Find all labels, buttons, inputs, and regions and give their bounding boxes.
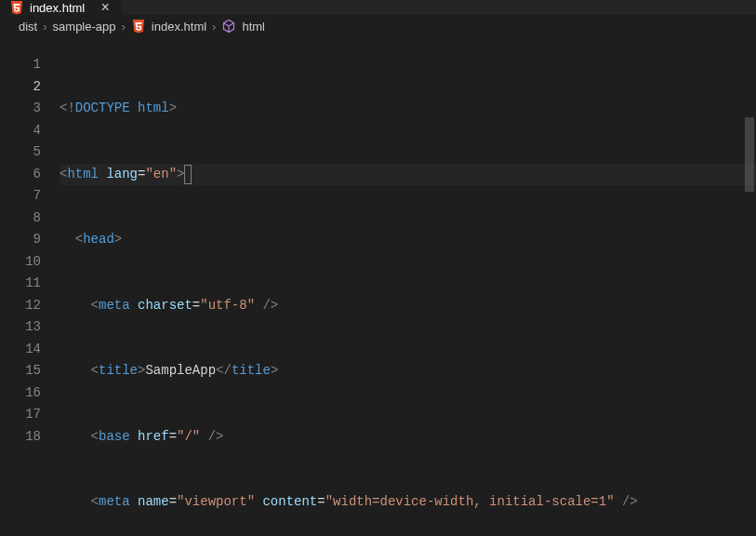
chevron-right-icon: ›: [210, 20, 218, 34]
line-number: 1: [0, 54, 41, 76]
scrollbar[interactable]: [745, 117, 754, 192]
html5-icon: [131, 19, 146, 34]
code-content[interactable]: <!DOCTYPE html> <html lang="en"> <head> …: [60, 54, 756, 536]
line-number: 2: [0, 76, 41, 99]
symbol-icon: [221, 19, 236, 34]
editor-container: index.html × dist › sample-app › index.h…: [0, 0, 756, 536]
line-number: 7: [0, 185, 41, 208]
line-number: 13: [0, 316, 41, 339]
breadcrumb-file[interactable]: index.html: [152, 20, 206, 34]
code-area[interactable]: 123456789101112131415161718 <!DOCTYPE ht…: [0, 41, 756, 536]
code-line: <html lang="en">: [60, 164, 756, 186]
breadcrumb-sample-app[interactable]: sample-app: [53, 20, 116, 34]
line-number: 4: [0, 120, 41, 142]
line-number: 8: [0, 208, 41, 230]
html5-icon: [9, 0, 24, 15]
breadcrumb-element[interactable]: html: [242, 20, 265, 34]
code-line: <meta name="viewport" content="width=dev…: [60, 491, 756, 514]
code-line: <title>SampleApp</title>: [60, 360, 756, 382]
line-number: 3: [0, 98, 41, 120]
line-number: 15: [0, 360, 41, 382]
code-line: <base href="/" />: [60, 426, 756, 449]
line-number: 5: [0, 141, 41, 164]
line-number: 6: [0, 164, 41, 186]
chevron-right-icon: ›: [120, 20, 127, 34]
line-number: 16: [0, 382, 41, 405]
cursor: [184, 165, 192, 184]
line-number: 9: [0, 229, 41, 251]
line-number: 11: [0, 273, 41, 295]
close-icon[interactable]: ×: [98, 0, 113, 15]
line-number: 14: [0, 339, 41, 361]
tab-bar: index.html ×: [0, 0, 756, 15]
line-number: 12: [0, 295, 41, 317]
code-line: <head>: [60, 229, 756, 251]
tab-label: index.html: [30, 1, 85, 15]
code-line: <!DOCTYPE html>: [60, 98, 756, 120]
line-number: 10: [0, 251, 41, 274]
line-number: 18: [0, 426, 41, 449]
breadcrumb: dist › sample-app › index.html › html: [0, 15, 756, 41]
code-line: <meta charset="utf-8" />: [60, 295, 756, 317]
breadcrumb-dist[interactable]: dist: [19, 20, 37, 34]
line-number: 17: [0, 404, 41, 426]
chevron-right-icon: ›: [41, 20, 48, 34]
tab-index-html[interactable]: index.html ×: [0, 0, 123, 15]
line-number-gutter: 123456789101112131415161718: [0, 54, 60, 536]
